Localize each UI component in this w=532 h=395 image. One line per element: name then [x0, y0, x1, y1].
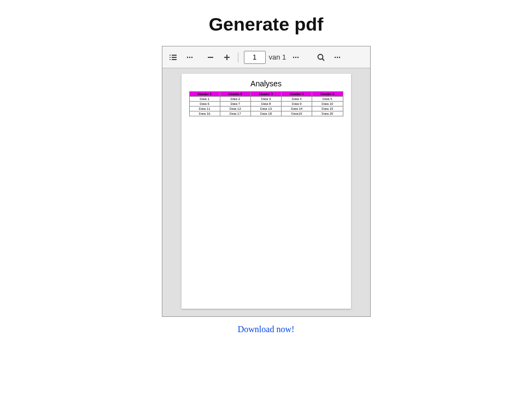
- table-cell: Data 11: [189, 107, 220, 111]
- table-header: Header 5: [312, 92, 343, 97]
- table-cell: Data 8: [250, 102, 281, 107]
- table-header: Header 4: [282, 92, 312, 97]
- more-pages-icon[interactable]: [288, 50, 303, 65]
- table-cell: Data 6: [189, 102, 220, 107]
- table-cell: Data 16: [189, 111, 220, 116]
- zoom-out-button[interactable]: [203, 50, 218, 65]
- toolbar-divider: [238, 52, 238, 62]
- download-link[interactable]: Download now!: [0, 325, 532, 334]
- page-of-label: van 1: [269, 53, 287, 61]
- table-cell: Data 5: [312, 97, 343, 102]
- table-header: Header 1: [189, 92, 220, 97]
- table-cell: Data 20: [312, 111, 343, 116]
- svg-point-12: [293, 56, 294, 57]
- table-cell: Data 2: [220, 97, 250, 102]
- table-header: Header 3: [250, 92, 281, 97]
- svg-point-18: [337, 56, 338, 57]
- svg-point-2: [169, 57, 171, 58]
- svg-point-19: [339, 56, 340, 57]
- table-cell: Data 9: [282, 102, 312, 107]
- table-cell: Data 7: [220, 102, 250, 107]
- pdf-viewer: van 1: [162, 46, 371, 317]
- analyses-table: Header 1Header 2Header 3Header 4Header 5…: [189, 91, 343, 116]
- svg-point-15: [318, 54, 323, 59]
- search-icon[interactable]: [313, 50, 329, 65]
- svg-point-14: [297, 56, 299, 57]
- table-cell: Data 14: [282, 107, 312, 111]
- table-cell: Data 13: [250, 107, 281, 111]
- document-title: Analyses: [189, 79, 343, 88]
- more-options-icon[interactable]: [330, 50, 345, 65]
- table-cell: Data 12: [220, 107, 250, 111]
- more-icon[interactable]: [182, 50, 197, 65]
- table-cell: Data19: [282, 111, 312, 116]
- table-row: Data 16Data 17Data 18Data19Data 20: [189, 111, 343, 116]
- pdf-toolbar: van 1: [162, 46, 370, 68]
- svg-point-4: [169, 59, 171, 60]
- page-title: Generate pdf: [0, 14, 532, 35]
- svg-point-0: [169, 55, 171, 56]
- svg-point-17: [335, 56, 336, 57]
- pdf-body[interactable]: Analyses Header 1Header 2Header 3Header …: [162, 68, 370, 316]
- table-cell: Data 4: [282, 97, 312, 102]
- table-cell: Data 15: [312, 107, 343, 111]
- table-cell: Data 18: [250, 111, 281, 116]
- pdf-page: Analyses Header 1Header 2Header 3Header …: [182, 74, 351, 309]
- svg-point-7: [189, 56, 190, 57]
- page-number-input[interactable]: [244, 51, 266, 64]
- table-row: Data 6Data 7Data 8Data 9Data 10: [189, 102, 343, 107]
- table-header: Header 2: [220, 92, 250, 97]
- svg-point-13: [295, 56, 296, 57]
- table-row: Data 11Data 12Data 13Data 14Data 15: [189, 107, 343, 111]
- table-cell: Data 3: [250, 97, 281, 102]
- svg-point-6: [186, 56, 188, 57]
- table-cell: Data 1: [189, 97, 220, 102]
- toc-icon[interactable]: [166, 50, 181, 65]
- svg-line-16: [323, 58, 325, 61]
- table-row: Data 1Data 2Data 3Data 4Data 5: [189, 97, 343, 102]
- table-cell: Data 17: [220, 111, 250, 116]
- zoom-in-button[interactable]: [219, 50, 235, 65]
- svg-point-8: [191, 56, 192, 57]
- table-cell: Data 10: [312, 102, 343, 107]
